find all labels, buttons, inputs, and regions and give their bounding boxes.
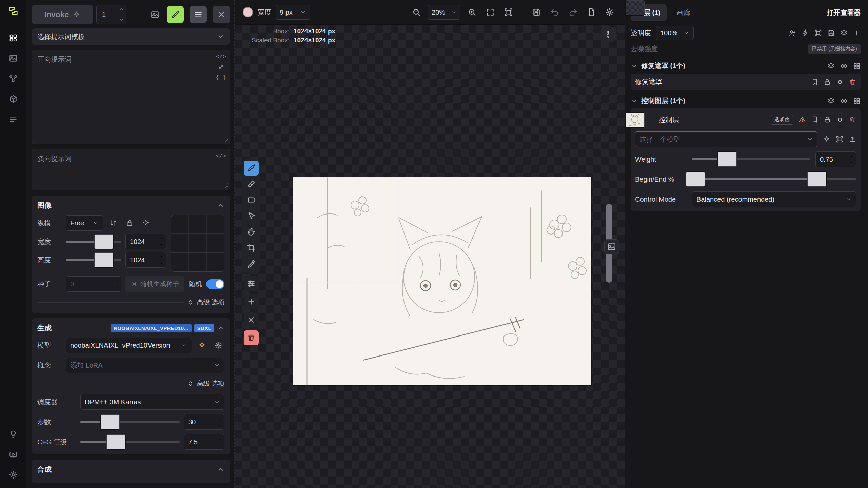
cfg-steppers[interactable] <box>218 436 222 447</box>
inpaint-group-header[interactable]: 修复遮罩 (1个) <box>631 57 861 74</box>
filter-sparkle-icon[interactable] <box>823 136 830 143</box>
nav-queue-icon[interactable] <box>5 111 22 128</box>
weight-steppers[interactable] <box>849 154 854 165</box>
add-layer-icon[interactable] <box>853 29 861 37</box>
swap-dimensions-icon[interactable] <box>107 217 119 229</box>
close-panel-button[interactable] <box>213 6 230 23</box>
control-layer-thumbnail[interactable] <box>626 113 645 127</box>
brush-color-swatch[interactable] <box>243 7 253 17</box>
color-picker-tool-icon[interactable] <box>244 256 259 271</box>
add-regional-guidance-icon[interactable] <box>789 29 796 37</box>
bbox-tool-icon[interactable] <box>244 240 259 255</box>
redo-icon[interactable] <box>566 5 580 19</box>
negative-prompt-input[interactable]: 负向提示词 </> <box>32 149 230 190</box>
nav-models-icon[interactable] <box>5 90 22 107</box>
new-session-icon[interactable] <box>585 5 598 19</box>
chevron-up-icon[interactable] <box>217 202 224 209</box>
brush-width-select[interactable]: 9 px <box>276 5 310 20</box>
lora-select[interactable]: 添加 LoRA <box>66 358 224 373</box>
frame-icon[interactable] <box>814 29 822 37</box>
height-slider[interactable] <box>66 252 121 268</box>
queue-count-input[interactable]: 1 <box>96 5 126 24</box>
brush-tool-icon[interactable] <box>244 161 259 176</box>
width-slider[interactable] <box>66 234 121 249</box>
image-advanced-options[interactable]: 高级 选项 <box>37 296 224 308</box>
delete-icon[interactable] <box>244 330 259 345</box>
chevron-up-icon[interactable] <box>217 466 224 473</box>
positive-prompt-input[interactable]: 正向提示词 </> { } <box>32 50 230 144</box>
gallery-peek-icon[interactable] <box>604 239 619 254</box>
tab-gallery[interactable]: 画廊 <box>677 8 690 17</box>
mask-color-dot-icon[interactable] <box>836 78 844 86</box>
width-input[interactable]: 1024 <box>125 234 166 249</box>
canvas-viewport[interactable]: Bbox: 1024×1024 px Scaled Bbox: 1024×102… <box>235 24 625 488</box>
nav-canvas-icon[interactable] <box>5 29 22 46</box>
scheduler-select[interactable]: DPM++ 3M Karras <box>80 394 224 410</box>
weight-input[interactable]: 0.75 <box>815 151 856 167</box>
lock-icon[interactable] <box>824 116 831 123</box>
model-settings-gear-icon[interactable] <box>212 339 224 351</box>
control-group-header[interactable]: 控制图层 (1个) <box>631 92 861 108</box>
height-input[interactable]: 1024 <box>125 252 166 268</box>
inpaint-mask-thumbnail[interactable] <box>626 0 645 15</box>
zoom-level-select[interactable]: 20% <box>428 5 460 20</box>
generation-bbox[interactable] <box>293 177 399 283</box>
link-icon[interactable] <box>218 64 224 70</box>
invoke-button[interactable]: Invoke <box>32 5 93 24</box>
canvas-menu-dots-icon[interactable] <box>601 27 616 42</box>
bookmark-icon[interactable] <box>811 116 818 123</box>
canvas-mode-button[interactable] <box>167 6 184 23</box>
tool-settings-icon[interactable] <box>244 276 259 291</box>
fit-frame-icon[interactable] <box>836 136 843 143</box>
nav-workflows-icon[interactable] <box>5 70 22 87</box>
undo-icon[interactable] <box>548 5 561 19</box>
new-layer-icon[interactable] <box>244 294 259 309</box>
merge-layers-icon[interactable] <box>840 29 848 37</box>
steps-slider[interactable] <box>80 414 180 430</box>
visibility-eye-icon[interactable] <box>840 62 848 70</box>
eraser-tool-icon[interactable] <box>244 177 259 191</box>
inpaint-mask-layer[interactable]: 修复遮罩 <box>631 74 861 90</box>
layer-color-dot-icon[interactable] <box>836 116 844 123</box>
cancel-icon[interactable] <box>244 312 259 327</box>
steps-steppers[interactable] <box>218 416 222 427</box>
fit-to-screen-icon[interactable] <box>484 5 497 19</box>
image-card-header[interactable]: 图像 <box>37 200 224 210</box>
control-model-select[interactable]: 选择一个模型 <box>635 131 817 147</box>
random-seed-button[interactable]: 随机生成种子 <box>125 276 184 292</box>
view-tool-icon[interactable] <box>244 224 259 239</box>
lock-icon[interactable] <box>824 78 831 86</box>
rect-tool-icon[interactable] <box>244 192 259 207</box>
weight-slider[interactable] <box>692 151 810 167</box>
merge-icon[interactable] <box>827 62 835 70</box>
export-icon[interactable] <box>849 136 856 143</box>
support-icon[interactable] <box>5 426 22 443</box>
generation-advanced-options[interactable]: 高级 选项 <box>37 378 224 390</box>
fit-bbox-icon[interactable] <box>502 5 515 19</box>
delete-layer-icon[interactable] <box>849 78 856 86</box>
model-select[interactable]: noobaiXLNAIXL_vPred10Version <box>66 338 192 353</box>
nav-gallery-icon[interactable] <box>5 50 22 67</box>
random-seed-toggle[interactable] <box>206 279 224 289</box>
gallery-mode-button[interactable] <box>146 6 163 23</box>
braces-icon[interactable]: { } <box>216 74 226 81</box>
move-tool-icon[interactable] <box>244 208 259 223</box>
delete-layer-icon[interactable] <box>849 116 856 123</box>
queue-count-steppers[interactable] <box>119 7 124 22</box>
zoom-in-icon[interactable] <box>465 5 479 19</box>
seed-steppers[interactable] <box>115 279 119 289</box>
model-default-settings-icon[interactable] <box>196 339 208 351</box>
cfg-slider[interactable] <box>80 434 180 450</box>
chevron-up-icon[interactable] <box>217 324 224 332</box>
lock-aspect-icon[interactable] <box>123 217 136 229</box>
embedding-code-icon[interactable]: </> <box>216 153 226 159</box>
quick-action-icon[interactable] <box>802 29 809 37</box>
embedding-code-icon[interactable]: </> <box>216 54 226 60</box>
menu-button[interactable] <box>190 6 207 23</box>
cfg-input[interactable]: 7.5 <box>184 434 224 450</box>
control-mode-select[interactable]: Balanced (recommended) <box>692 191 856 207</box>
opacity-select[interactable]: 100% <box>656 26 694 40</box>
width-steppers[interactable] <box>159 236 164 247</box>
generation-card-header[interactable]: 生成 NOOBAIXLNAIXL_VPRED10... SDXL <box>37 323 224 333</box>
control-layer[interactable]: 控制层 透明度 选择一个模型 <box>631 108 861 211</box>
